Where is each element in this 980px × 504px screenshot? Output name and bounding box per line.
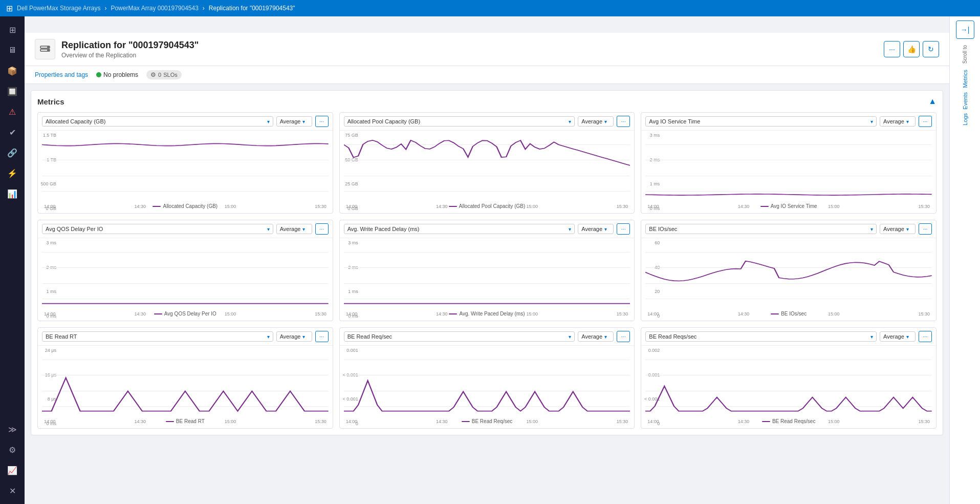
metrics-title: Metrics [37,97,64,106]
x-label: 14:30 [134,311,146,317]
avg-dropdown-be-read-reqs-per-sec[interactable]: Average ▾ [880,331,916,342]
scroll-link-events[interactable]: Events [962,92,968,110]
metric-dropdown-be-read-rt[interactable]: BE Read RT ▾ [42,331,273,342]
chart-controls-allocated-pool-capacity: Allocated Pool Capacity (GB) ▾ Average ▾… [340,113,635,131]
svg-point-2 [48,47,49,48]
more-chart-btn-be-read-reqs-per-sec[interactable]: ··· [919,331,932,342]
metric-dropdown-avg-qos-delay[interactable]: Avg QOS Delay Per IO ▾ [42,224,273,234]
scroll-to-button[interactable]: →| [956,20,974,39]
chart-card-allocated-capacity: Allocated Capacity (GB) ▾ Average ▾ ··· … [37,112,333,214]
top-nav: ⊞ Dell PowerMax Storage Arrays › PowerMa… [0,0,980,16]
sidebar-icon-chart[interactable]: 📊 [3,184,21,203]
scroll-link-logs[interactable]: Logs [962,113,968,125]
page-title: Replication for "000197904543" [61,40,199,51]
x-label: 15:00 [526,204,538,209]
avg-dropdown-avg-io-service-time[interactable]: Average ▾ [880,116,916,127]
page-header-actions: ··· 👍 ↻ [884,41,939,57]
sidebar-icon-link[interactable]: 🔗 [3,143,21,162]
breadcrumb-sep-1: › [104,5,106,12]
metrics-section: Metrics ▲ Allocated Capacity (GB) ▾ Aver… [31,90,943,435]
x-label: 14:30 [738,204,750,209]
x-axis-avg-write-paced-delay: 14:0014:3015:0015:30 [344,311,630,317]
x-label: 14:00 [346,311,358,317]
chart-area-allocated-pool-capacity: 75 GB50 GB25 GB0 GB 14:0014:3015:00 [340,131,635,213]
breadcrumb-item-1[interactable]: Dell PowerMax Storage Arrays [17,5,100,12]
status-dot [96,72,101,77]
x-label: 14:00 [647,311,659,317]
metric-dropdown-allocated-pool-capacity[interactable]: Allocated Pool Capacity (GB) ▾ [344,116,575,127]
sidebar-icon-server[interactable]: 🖥 [3,41,21,59]
more-actions-button[interactable]: ··· [884,41,900,57]
avg-dropdown-allocated-capacity[interactable]: Average ▾ [276,116,312,127]
sidebar-icon-close[interactable]: ✕ [3,481,21,500]
chart-card-allocated-pool-capacity: Allocated Pool Capacity (GB) ▾ Average ▾… [339,112,635,214]
avg-dropdown-be-read-rt[interactable]: Average ▾ [276,331,312,342]
chart-svg-be-read-req-per-sec: 14:0014:3015:0015:30 [344,350,630,416]
x-axis-avg-qos-delay: 14:0014:3015:0015:30 [42,311,329,317]
chart-area-be-read-reqs-per-sec: 0.0020.001< 0.0010 14:0014:3015:001 [641,346,936,428]
metric-dropdown-be-read-reqs-per-sec[interactable]: BE Read Reqs/sec ▾ [645,331,877,342]
scroll-to-label: Scroll to [962,45,968,64]
more-chart-btn-avg-write-paced-delay[interactable]: ··· [617,223,630,235]
like-button[interactable]: 👍 [903,41,920,57]
sidebar-icon-settings[interactable]: ⚙ [3,440,21,459]
x-axis-allocated-pool-capacity: 14:0014:3015:0015:30 [344,204,630,209]
more-chart-btn-be-read-rt[interactable]: ··· [315,331,329,342]
more-chart-btn-allocated-capacity[interactable]: ··· [315,116,329,127]
metric-dropdown-allocated-capacity[interactable]: Allocated Capacity (GB) ▾ [42,116,273,127]
avg-dropdown-be-read-req-per-sec[interactable]: Average ▾ [578,331,614,342]
x-label: 15:00 [225,419,236,424]
sidebar-icon-check[interactable]: ✔ [3,123,21,141]
x-label: 15:00 [225,204,236,209]
more-chart-btn-be-ios-per-sec[interactable]: ··· [919,223,932,235]
x-label: 15:30 [918,311,930,317]
chart-controls-be-read-req-per-sec: BE Read Req/sec ▾ Average ▾ ··· [340,328,635,346]
properties-tags-link[interactable]: Properties and tags [35,71,88,78]
more-chart-btn-allocated-pool-capacity[interactable]: ··· [617,116,630,127]
chart-svg-avg-write-paced-delay: 14:0014:3015:0015:30 [344,242,630,309]
chart-svg-allocated-capacity: 14:0014:3015:0015:30 [42,135,329,201]
x-axis-be-read-req-per-sec: 14:0014:3015:0015:30 [344,419,630,424]
breadcrumb-item-3: Replication for "000197904543" [209,5,295,12]
x-label: 15:00 [828,419,840,424]
avg-dropdown-allocated-pool-capacity[interactable]: Average ▾ [578,116,614,127]
chart-card-be-read-req-per-sec: BE Read Req/sec ▾ Average ▾ ··· 0.001< 0… [339,327,635,429]
metric-dropdown-be-read-req-per-sec[interactable]: BE Read Req/sec ▾ [344,331,575,342]
breadcrumb-item-2[interactable]: PowerMax Array 000197904543 [111,5,198,12]
sidebar-icon-alerts[interactable]: ⚠ [3,102,21,121]
more-chart-btn-be-read-req-per-sec[interactable]: ··· [617,331,630,342]
scroll-link-metrics[interactable]: Metrics [962,70,968,88]
page-title-group: Replication for "000197904543" Overview … [61,40,199,59]
metric-dropdown-avg-io-service-time[interactable]: Avg IO Service Time ▾ [645,116,877,127]
x-label: 15:30 [315,204,326,209]
sidebar-icon-network[interactable]: 🔲 [3,82,21,100]
svg-point-3 [48,50,49,51]
slo-badge[interactable]: ⚙ 0 SLOs [146,70,182,79]
x-label: 15:00 [526,419,538,424]
sidebar-icon-storage[interactable]: 📦 [3,61,21,80]
avg-dropdown-avg-write-paced-delay[interactable]: Average ▾ [578,224,614,234]
sidebar-icon-power[interactable]: ⚡ [3,164,21,182]
breadcrumb-sep-2: › [203,5,205,12]
grid-menu-icon[interactable]: ⊞ [6,4,13,13]
avg-dropdown-avg-qos-delay[interactable]: Average ▾ [276,224,312,234]
sidebar-icon-home[interactable]: ⊞ [3,20,21,39]
metric-dropdown-be-ios-per-sec[interactable]: BE IOs/sec ▾ [645,224,877,234]
page-header-left: Replication for "000197904543" Overview … [35,39,199,59]
more-chart-btn-avg-qos-delay[interactable]: ··· [315,223,329,235]
avg-dropdown-be-ios-per-sec[interactable]: Average ▾ [880,224,916,234]
refresh-button[interactable]: ↻ [923,41,939,57]
more-chart-btn-avg-io-service-time[interactable]: ··· [919,116,932,127]
metric-dropdown-avg-write-paced-delay[interactable]: Avg. Write Paced Delay (ms) ▾ [344,224,575,234]
collapse-metrics-button[interactable]: ▲ [928,97,937,106]
sidebar-icon-reports[interactable]: 📈 [3,461,21,479]
x-label: 14:00 [647,204,659,209]
left-sidebar: ⊞ 🖥 📦 🔲 ⚠ ✔ 🔗 ⚡ 📊 ≫ ⚙ 📈 ✕ [0,16,25,504]
chart-svg-avg-qos-delay: 14:0014:3015:0015:30 [42,242,329,309]
x-axis-be-read-rt: 14:0014:3015:0015:30 [42,419,329,424]
x-axis-be-read-reqs-per-sec: 14:0014:3015:0015:30 [645,419,932,424]
sidebar-icon-expand[interactable]: ≫ [3,420,21,438]
chart-area-avg-io-service-time: 3 ms2 ms1 ms0 ms 14:0014:3015:0015: [641,131,936,213]
chart-grid: Allocated Capacity (GB) ▾ Average ▾ ··· … [37,112,937,429]
x-label: 15:00 [526,311,538,317]
